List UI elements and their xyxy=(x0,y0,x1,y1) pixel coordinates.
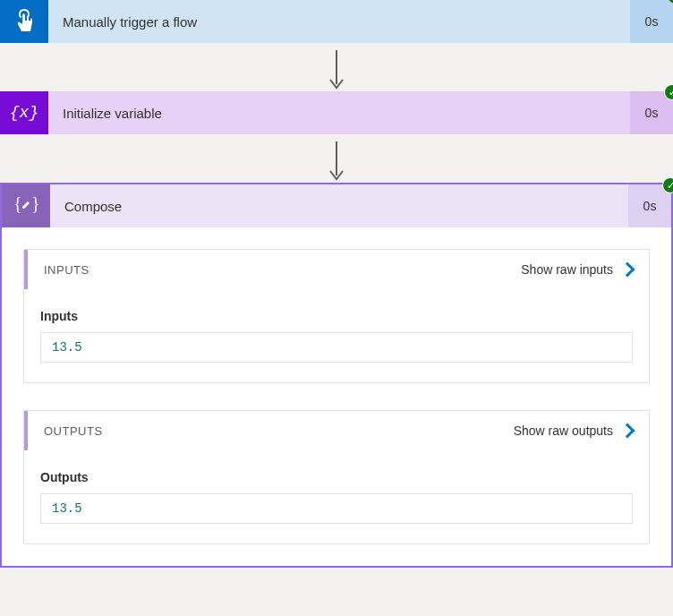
variable-title: Initialize variable xyxy=(48,91,630,134)
hand-tap-icon xyxy=(13,8,36,35)
show-raw-outputs-button[interactable]: Show raw outputs xyxy=(514,424,633,438)
inputs-value: 13.5 xyxy=(40,332,633,363)
compose-step: { } Compose 0s ✓ INPUTS Show raw inputs xyxy=(0,183,673,568)
compose-icon-box: { } xyxy=(2,184,50,227)
show-raw-inputs-label: Show raw inputs xyxy=(521,262,613,277)
chevron-right-icon xyxy=(620,262,635,278)
inputs-panel-body: Inputs 13.5 xyxy=(24,289,649,382)
outputs-panel: OUTPUTS Show raw outputs Outputs 13.5 xyxy=(23,410,650,544)
outputs-field-label: Outputs xyxy=(40,470,633,484)
svg-text:}: } xyxy=(31,194,38,213)
inputs-field-label: Inputs xyxy=(40,309,633,323)
inputs-panel-header: INPUTS Show raw inputs xyxy=(24,250,649,289)
arrow-down-icon xyxy=(326,50,347,93)
compose-header[interactable]: { } Compose 0s ✓ xyxy=(2,184,671,227)
initialize-variable-step[interactable]: {x} Initialize variable 0s ✓ xyxy=(0,91,673,134)
trigger-icon-box xyxy=(0,0,48,43)
compose-title: Compose xyxy=(50,184,628,227)
outputs-panel-header: OUTPUTS Show raw outputs xyxy=(24,411,649,450)
compose-body: INPUTS Show raw inputs Inputs 13.5 OUTPU… xyxy=(2,227,671,566)
success-badge-icon: ✓ xyxy=(662,177,673,193)
connector-arrow xyxy=(0,43,673,91)
inputs-section-label: INPUTS xyxy=(44,263,89,277)
chevron-right-icon xyxy=(620,424,635,439)
show-raw-outputs-label: Show raw outputs xyxy=(514,424,613,438)
flow-run-view: Manually trigger a flow 0s ✓ {x} Initial… xyxy=(0,0,673,568)
trigger-time: 0s xyxy=(630,0,673,43)
connector-arrow xyxy=(0,134,673,183)
variable-icon-box: {x} xyxy=(0,91,48,134)
outputs-panel-body: Outputs 13.5 xyxy=(24,450,649,543)
outputs-value: 13.5 xyxy=(40,493,633,524)
outputs-section-label: OUTPUTS xyxy=(44,424,103,438)
trigger-step[interactable]: Manually trigger a flow 0s ✓ xyxy=(0,0,673,43)
trigger-title: Manually trigger a flow xyxy=(48,0,630,43)
svg-text:{: { xyxy=(13,194,22,213)
arrow-down-icon xyxy=(326,141,347,184)
compose-icon: { } xyxy=(13,194,38,218)
variable-icon: {x} xyxy=(10,104,38,122)
inputs-panel: INPUTS Show raw inputs Inputs 13.5 xyxy=(23,249,650,383)
show-raw-inputs-button[interactable]: Show raw inputs xyxy=(521,262,633,277)
